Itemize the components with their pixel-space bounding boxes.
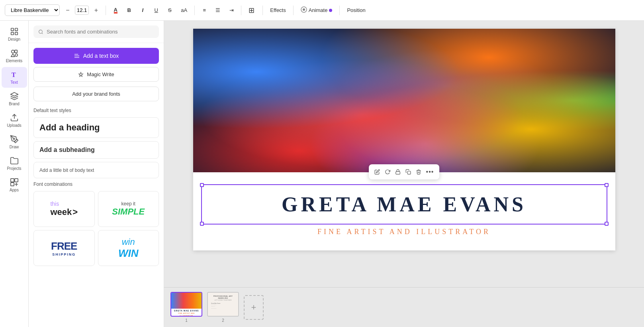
add-textbox-label: Add a text box [83,53,119,59]
handle-top-left[interactable] [200,183,204,187]
panel-content: Add a text box Magic Write Add your bran… [29,43,164,327]
draw-label: Draw [10,145,19,149]
selected-text-box[interactable]: GRETA MAE EVANS [201,184,607,225]
effects-button[interactable]: Effects [267,6,289,15]
sidebar-item-text[interactable]: T Text [2,67,27,88]
combo-free-label: FREE [51,240,77,252]
add-textbox-button[interactable]: Add a text box [33,48,159,64]
sidebar-item-draw[interactable]: Draw [2,132,27,152]
combo-this-week[interactable]: this week > [33,191,95,227]
projects-label: Projects [7,166,21,171]
body-text: Add a little bit of body text [39,167,94,173]
handle-bottom-right[interactable] [605,222,609,226]
spacing-button[interactable]: ⊞ [245,4,258,17]
artist-name: GRETA MAE EVANS [214,193,595,216]
more-button[interactable]: ••• [425,167,436,177]
text-box-inner: GRETA MAE EVANS [202,185,607,224]
text-box-container: ••• GRETA MAE EVANS FINE ARTI [193,184,615,242]
icon-sidebar: Design Elements T Text Brand Uploads Dra… [0,21,29,327]
handle-bottom-left[interactable] [200,222,204,226]
combo-win-label: win [122,237,135,247]
svg-rect-2 [15,28,17,31]
thumb-1-num: 1 [185,318,188,323]
combo-this-label: this [50,201,59,207]
align-button[interactable]: ≡ [199,4,210,17]
svg-rect-16 [395,171,400,174]
text-panel: Add a text box Magic Write Add your bran… [29,21,164,327]
animate-icon [301,6,307,14]
duplicate-button[interactable] [404,167,413,176]
italic-button[interactable]: I [137,4,148,17]
lock-button[interactable] [393,167,402,176]
artist-subtitle-wrap: FINE ARTIST AND ILLUSTRATOR [193,228,615,242]
thumbnails-bar: GRETA MAE EVANSFINE ARTIST AND ILLUSTRAT… [164,287,644,327]
font-family-select[interactable]: Libre Baskerville [5,4,60,16]
font-combos-grid: this week > keep it SIMPLE [33,191,159,266]
sidebar-item-brand[interactable]: Brand [2,89,27,109]
design-icon [10,27,19,36]
add-heading-button[interactable]: Add a heading [33,117,159,138]
search-icon [38,29,43,35]
underline-button[interactable]: U [151,4,162,17]
brand-fonts-button[interactable]: Add your brand fonts [33,87,159,101]
default-styles-label: Default text styles [33,108,159,113]
position-button[interactable]: Position [344,6,368,15]
rotate-button[interactable] [383,167,392,176]
add-subheading-button[interactable]: Add a subheading [33,141,159,159]
list-button[interactable]: ☰ [212,4,223,17]
edit-button[interactable] [373,167,382,176]
magic-write-icon [78,72,84,77]
svg-rect-4 [15,32,17,35]
sidebar-item-design[interactable]: Design [2,24,27,45]
handle-top-right[interactable] [605,183,609,187]
uploads-label: Uploads [7,123,22,128]
add-slide-button[interactable]: + [244,295,264,320]
svg-rect-13 [14,179,18,182]
font-size-decrease[interactable]: − [62,4,73,17]
svg-rect-17 [407,171,411,174]
sidebar-item-projects[interactable]: Projects [2,153,27,174]
magic-write-button[interactable]: Magic Write [33,67,159,82]
thumb-2-header: PROFESSIONAL ARTHANDLINGLET'S RISE TOGET… [209,294,237,302]
font-size-increase[interactable]: + [90,4,102,17]
animate-button[interactable]: Animate [298,5,336,16]
thumb-1-image: GRETA MAE EVANSFINE ARTIST AND ILLUSTRAT… [170,292,202,317]
combo-win-win[interactable]: win WIN [98,230,159,266]
main-layout: Design Elements T Text Brand Uploads Dra… [0,21,644,327]
thumb-2-image: PROFESSIONAL ARTHANDLINGLET'S RISE TOGET… [207,292,239,317]
delete-button[interactable] [414,167,423,176]
strikethrough-button[interactable]: S [164,4,175,17]
divider-6 [339,6,340,15]
combo-keep-simple[interactable]: keep it SIMPLE [98,191,159,227]
svg-text:T: T [11,71,16,79]
brand-label: Brand [9,102,20,106]
animate-dot [329,9,332,12]
text-icon: T [10,70,19,79]
case-button[interactable]: aA [178,4,190,17]
search-wrap [33,26,159,38]
animate-label: Animate [309,7,328,13]
divider-4 [262,6,263,15]
elements-icon [10,49,19,57]
text-color-button[interactable]: A [110,4,121,17]
combo-free-shipping[interactable]: FREE SHIPPING [33,230,95,266]
fluid-art-bg [193,29,615,172]
apps-icon [10,178,19,187]
sidebar-item-uploads[interactable]: Uploads [2,110,27,131]
canvas-area: ••• GRETA MAE EVANS FINE ARTI [164,21,644,327]
bold-button[interactable]: B [123,4,135,17]
heading-text: Add a heading [39,122,100,132]
divider-2 [194,6,195,15]
float-toolbar: ••• [369,164,440,179]
apps-label: Apps [10,188,19,192]
svg-rect-14 [10,183,14,186]
thumbnail-2[interactable]: PROFESSIONAL ARTHANDLINGLET'S RISE TOGET… [207,292,239,323]
thumbnail-1[interactable]: GRETA MAE EVANSFINE ARTIST AND ILLUSTRAT… [170,292,202,323]
thumb-1-text: GRETA MAE EVANSFINE ARTIST AND ILLUSTRAT… [171,309,202,317]
sidebar-item-elements[interactable]: Elements [2,45,27,66]
combo-win-bold-label: WIN [118,247,139,260]
add-body-button[interactable]: Add a little bit of body text [33,162,159,178]
indent-button[interactable]: ⇥ [226,4,237,17]
search-input[interactable] [47,29,154,35]
sidebar-item-apps[interactable]: Apps [2,175,27,195]
